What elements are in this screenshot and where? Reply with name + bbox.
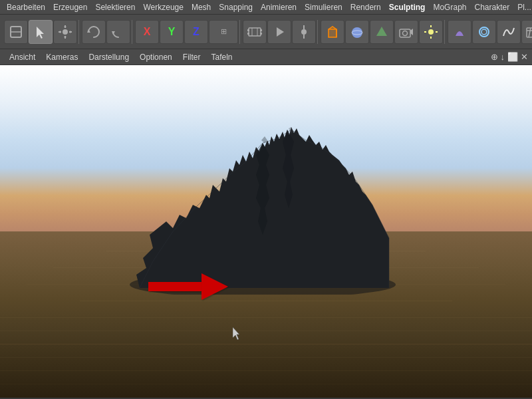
tool-rotate-button[interactable] [82,20,106,44]
svg-marker-47 [201,273,228,300]
svg-rect-16 [260,29,262,31]
svg-rect-14 [247,29,249,31]
view-toolbar: Ansicht Kameras Darstellung Optionen Fil… [0,49,532,65]
toolbar-group-deformers [446,20,532,44]
menu-mesh[interactable]: Mesh [188,1,215,13]
svg-rect-15 [247,33,249,35]
svg-point-32 [428,29,434,35]
menu-simulieren[interactable]: Simulieren [301,1,346,13]
menu-bearbeiten[interactable]: Bearbeiten [3,1,49,13]
3d-viewport[interactable] [0,65,532,398]
menu-charakter[interactable]: Charakter [470,1,513,13]
svg-point-30 [403,31,408,35]
svg-marker-28 [376,27,387,36]
view-icon-maximize[interactable]: ⬜ [507,52,518,62]
tool-transform-mode[interactable]: ⊞ [209,20,238,44]
toolbar-group-select [3,20,79,44]
tool-select-button[interactable] [29,20,53,44]
toolbar-group-axis: X Y Z ⊞ [134,20,240,44]
tool-viewport-perspective[interactable] [521,20,532,44]
tool-cube-button[interactable] [321,20,344,44]
view-menu-optionen[interactable]: Optionen [134,51,178,63]
tool-landscape-button[interactable] [370,20,394,44]
view-icon-crosshair[interactable]: ⊕ [491,52,498,62]
menu-sculpting[interactable]: Sculpting [385,1,430,13]
menu-snapping[interactable]: Snapping [215,1,257,13]
svg-point-21 [301,29,307,35]
svg-point-38 [481,29,487,35]
tool-y-axis[interactable]: Y [160,20,184,44]
svg-line-41 [529,28,531,37]
svg-rect-24 [329,29,336,37]
toolbar-group-transform [80,20,132,44]
svg-marker-4 [64,25,66,27]
mountain-island [113,88,412,295]
menu-bar: Bearbeiten Erzeugen Selektieren Werkzeug… [0,0,532,15]
svg-point-26 [352,27,362,38]
view-menu-kameras[interactable]: Kameras [41,51,83,63]
menu-animieren[interactable]: Animieren [257,1,301,13]
tool-light-button[interactable] [419,20,443,44]
menu-plugins[interactable]: Pl... [513,1,532,13]
menu-selektieren[interactable]: Selektieren [91,1,139,13]
svg-marker-10 [70,31,72,33]
tool-spline[interactable] [497,20,521,44]
tool-x-axis[interactable]: X [135,20,159,44]
tool-deformer2[interactable] [472,20,496,44]
tool-sphere-button[interactable] [345,20,369,44]
menu-werkzeuge[interactable]: Werkzeuge [139,1,187,13]
menu-mograph[interactable]: MoGraph [429,1,470,13]
tool-move-button[interactable] [53,20,77,44]
view-icon-down[interactable]: ↓ [501,52,505,62]
svg-rect-17 [260,33,262,35]
toolbar-group-shapes [319,20,445,44]
menu-erzeugen[interactable]: Erzeugen [49,1,91,13]
tool-camera-button[interactable] [394,20,418,44]
tool-keyframe-button[interactable] [292,20,316,44]
view-menu-tafeln[interactable]: Tafeln [205,51,237,63]
tool-mode-button[interactable] [4,20,28,44]
view-menu-filter[interactable]: Filter [178,51,206,63]
main-toolbar: X Y Z ⊞ [0,15,532,49]
tool-film-button[interactable] [243,20,267,44]
view-icon-group: ⊕ ↓ ⬜ ✕ [491,52,529,62]
annotation-arrow [145,270,231,303]
menu-rendern[interactable]: Rendern [346,1,385,13]
mouse-cursor [233,327,242,339]
tool-z-axis[interactable]: Z [184,20,208,44]
toolbar-group-timeline [241,20,318,44]
view-menu-ansicht[interactable]: Ansicht [4,51,41,63]
svg-marker-8 [59,31,61,33]
tool-deformer1[interactable] [448,20,471,44]
svg-point-37 [479,27,489,37]
view-icon-close[interactable]: ✕ [521,52,528,62]
tool-play-button[interactable] [267,20,291,44]
svg-marker-6 [64,37,66,39]
svg-rect-46 [148,282,201,291]
svg-point-2 [63,30,67,34]
svg-marker-20 [277,27,284,37]
tool-scale-button[interactable] [106,20,130,44]
view-menu-darstellung[interactable]: Darstellung [83,51,134,63]
svg-rect-13 [249,28,261,36]
